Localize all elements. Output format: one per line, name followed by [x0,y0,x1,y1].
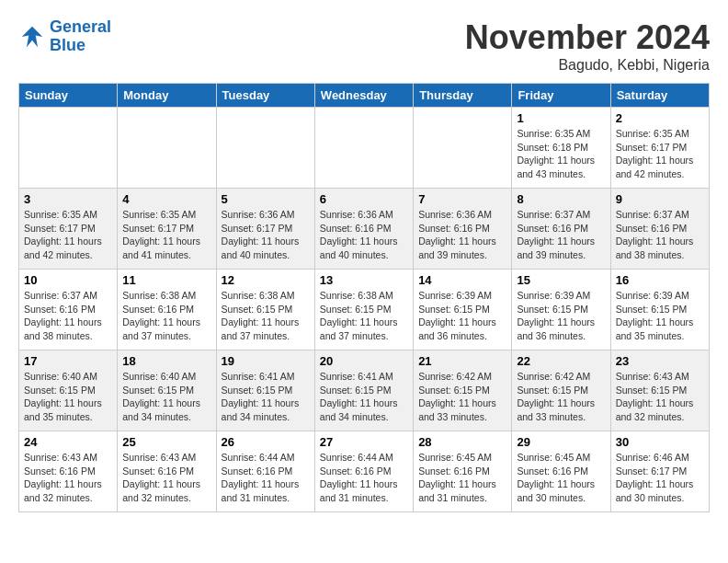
day-info: Sunrise: 6:43 AM Sunset: 6:16 PM Dayligh… [24,451,112,505]
calendar-header-row: SundayMondayTuesdayWednesdayThursdayFrid… [19,84,710,108]
day-number: 12 [222,273,310,287]
calendar-cell: 24Sunrise: 6:43 AM Sunset: 6:16 PM Dayli… [19,431,118,512]
day-info: Sunrise: 6:35 AM Sunset: 6:17 PM Dayligh… [616,127,704,181]
calendar-cell: 9Sunrise: 6:37 AM Sunset: 6:16 PM Daylig… [610,189,709,270]
month-title: November 2024 [465,18,710,57]
calendar-cell: 3Sunrise: 6:35 AM Sunset: 6:17 PM Daylig… [19,189,118,270]
logo: General Blue [18,18,111,55]
day-number: 5 [222,192,310,206]
day-number: 28 [418,435,506,449]
day-number: 17 [24,354,112,368]
day-number: 9 [616,192,704,206]
day-number: 3 [24,192,112,206]
day-number: 23 [616,354,704,368]
day-info: Sunrise: 6:36 AM Sunset: 6:17 PM Dayligh… [222,208,310,262]
calendar-week-row: 17Sunrise: 6:40 AM Sunset: 6:15 PM Dayli… [19,350,710,431]
calendar-cell: 6Sunrise: 6:36 AM Sunset: 6:16 PM Daylig… [314,189,413,270]
day-header-sunday: Sunday [19,84,118,108]
day-number: 10 [24,273,112,287]
logo-text: General Blue [50,18,111,55]
calendar-cell [414,108,512,189]
calendar-cell: 21Sunrise: 6:42 AM Sunset: 6:15 PM Dayli… [414,350,512,431]
day-info: Sunrise: 6:43 AM Sunset: 6:15 PM Dayligh… [616,370,704,424]
day-info: Sunrise: 6:36 AM Sunset: 6:16 PM Dayligh… [320,208,408,262]
day-number: 1 [517,111,605,125]
day-number: 7 [418,192,506,206]
day-info: Sunrise: 6:37 AM Sunset: 6:16 PM Dayligh… [616,208,704,262]
calendar-cell [118,108,216,189]
calendar-cell: 13Sunrise: 6:38 AM Sunset: 6:15 PM Dayli… [314,270,413,350]
calendar-cell: 5Sunrise: 6:36 AM Sunset: 6:17 PM Daylig… [216,189,314,270]
calendar-cell: 15Sunrise: 6:39 AM Sunset: 6:15 PM Dayli… [512,270,610,350]
calendar-cell: 1Sunrise: 6:35 AM Sunset: 6:18 PM Daylig… [512,108,610,189]
day-number: 25 [122,435,210,449]
day-info: Sunrise: 6:46 AM Sunset: 6:17 PM Dayligh… [616,451,704,505]
day-info: Sunrise: 6:36 AM Sunset: 6:16 PM Dayligh… [418,208,506,262]
day-info: Sunrise: 6:35 AM Sunset: 6:18 PM Dayligh… [517,127,605,181]
calendar-cell: 12Sunrise: 6:38 AM Sunset: 6:15 PM Dayli… [216,270,314,350]
calendar-cell: 17Sunrise: 6:40 AM Sunset: 6:15 PM Dayli… [19,350,118,431]
svg-marker-0 [22,27,43,48]
day-number: 21 [418,354,506,368]
day-info: Sunrise: 6:40 AM Sunset: 6:15 PM Dayligh… [122,370,210,424]
calendar-cell: 19Sunrise: 6:41 AM Sunset: 6:15 PM Dayli… [216,350,314,431]
day-number: 30 [616,435,704,449]
day-number: 15 [517,273,605,287]
day-info: Sunrise: 6:37 AM Sunset: 6:16 PM Dayligh… [24,289,112,343]
day-info: Sunrise: 6:38 AM Sunset: 6:15 PM Dayligh… [222,289,310,343]
day-info: Sunrise: 6:38 AM Sunset: 6:16 PM Dayligh… [122,289,210,343]
day-info: Sunrise: 6:45 AM Sunset: 6:16 PM Dayligh… [517,451,605,505]
day-info: Sunrise: 6:35 AM Sunset: 6:17 PM Dayligh… [122,208,210,262]
day-number: 26 [222,435,310,449]
title-block: November 2024 Bagudo, Kebbi, Nigeria [465,18,710,74]
day-info: Sunrise: 6:39 AM Sunset: 6:15 PM Dayligh… [517,289,605,343]
day-number: 4 [122,192,210,206]
day-info: Sunrise: 6:39 AM Sunset: 6:15 PM Dayligh… [616,289,704,343]
day-info: Sunrise: 6:43 AM Sunset: 6:16 PM Dayligh… [122,451,210,505]
day-info: Sunrise: 6:40 AM Sunset: 6:15 PM Dayligh… [24,370,112,424]
calendar-week-row: 10Sunrise: 6:37 AM Sunset: 6:16 PM Dayli… [19,270,710,350]
page-header: General Blue November 2024 Bagudo, Kebbi… [18,18,710,74]
day-info: Sunrise: 6:42 AM Sunset: 6:15 PM Dayligh… [418,370,506,424]
day-number: 13 [320,273,408,287]
day-number: 6 [320,192,408,206]
day-number: 20 [320,354,408,368]
day-number: 19 [222,354,310,368]
day-number: 27 [320,435,408,449]
day-info: Sunrise: 6:44 AM Sunset: 6:16 PM Dayligh… [222,451,310,505]
day-number: 16 [616,273,704,287]
location-subtitle: Bagudo, Kebbi, Nigeria [465,57,710,74]
calendar-cell: 26Sunrise: 6:44 AM Sunset: 6:16 PM Dayli… [216,431,314,512]
day-info: Sunrise: 6:41 AM Sunset: 6:15 PM Dayligh… [320,370,408,424]
calendar-cell: 7Sunrise: 6:36 AM Sunset: 6:16 PM Daylig… [414,189,512,270]
day-info: Sunrise: 6:41 AM Sunset: 6:15 PM Dayligh… [222,370,310,424]
day-info: Sunrise: 6:39 AM Sunset: 6:15 PM Dayligh… [418,289,506,343]
day-number: 2 [616,111,704,125]
calendar-cell: 27Sunrise: 6:44 AM Sunset: 6:16 PM Dayli… [314,431,413,512]
day-number: 18 [122,354,210,368]
calendar-cell: 25Sunrise: 6:43 AM Sunset: 6:16 PM Dayli… [118,431,216,512]
calendar-week-row: 24Sunrise: 6:43 AM Sunset: 6:16 PM Dayli… [19,431,710,512]
day-number: 29 [517,435,605,449]
day-number: 24 [24,435,112,449]
calendar-cell: 11Sunrise: 6:38 AM Sunset: 6:16 PM Dayli… [118,270,216,350]
calendar-cell: 28Sunrise: 6:45 AM Sunset: 6:16 PM Dayli… [414,431,512,512]
day-number: 8 [517,192,605,206]
calendar-cell: 16Sunrise: 6:39 AM Sunset: 6:15 PM Dayli… [610,270,709,350]
day-info: Sunrise: 6:38 AM Sunset: 6:15 PM Dayligh… [320,289,408,343]
day-info: Sunrise: 6:35 AM Sunset: 6:17 PM Dayligh… [24,208,112,262]
calendar-cell: 2Sunrise: 6:35 AM Sunset: 6:17 PM Daylig… [610,108,709,189]
calendar-cell: 4Sunrise: 6:35 AM Sunset: 6:17 PM Daylig… [118,189,216,270]
day-info: Sunrise: 6:45 AM Sunset: 6:16 PM Dayligh… [418,451,506,505]
calendar-cell [314,108,413,189]
calendar-cell: 22Sunrise: 6:42 AM Sunset: 6:15 PM Dayli… [512,350,610,431]
calendar-cell: 14Sunrise: 6:39 AM Sunset: 6:15 PM Dayli… [414,270,512,350]
calendar-cell [216,108,314,189]
day-info: Sunrise: 6:44 AM Sunset: 6:16 PM Dayligh… [320,451,408,505]
logo-icon [18,23,46,51]
day-info: Sunrise: 6:42 AM Sunset: 6:15 PM Dayligh… [517,370,605,424]
calendar-cell: 8Sunrise: 6:37 AM Sunset: 6:16 PM Daylig… [512,189,610,270]
day-header-friday: Friday [512,84,610,108]
calendar-week-row: 1Sunrise: 6:35 AM Sunset: 6:18 PM Daylig… [19,108,710,189]
day-header-monday: Monday [118,84,216,108]
